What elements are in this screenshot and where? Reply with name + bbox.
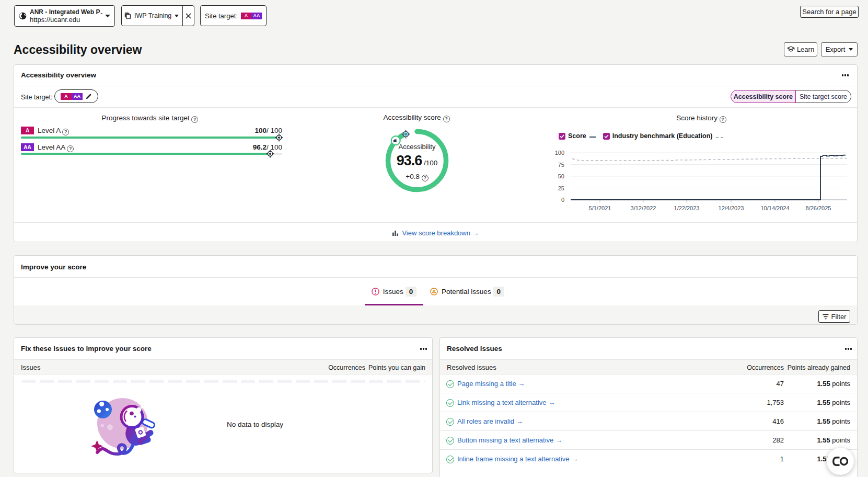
svg-text:0: 0 — [561, 197, 564, 203]
svg-text:50: 50 — [558, 173, 564, 179]
svg-text:3/12/2022: 3/12/2022 — [631, 205, 656, 211]
svg-text:100: 100 — [555, 150, 564, 156]
svg-text:25: 25 — [558, 185, 564, 191]
svg-text:10/14/2024: 10/14/2024 — [760, 205, 789, 211]
svg-text:75: 75 — [558, 162, 564, 168]
svg-text:1/22/2023: 1/22/2023 — [674, 205, 700, 211]
svg-text:8/26/2025: 8/26/2025 — [806, 205, 831, 211]
svg-text:12/4/2023: 12/4/2023 — [719, 205, 744, 211]
svg-text:5/1/2021: 5/1/2021 — [589, 205, 611, 211]
